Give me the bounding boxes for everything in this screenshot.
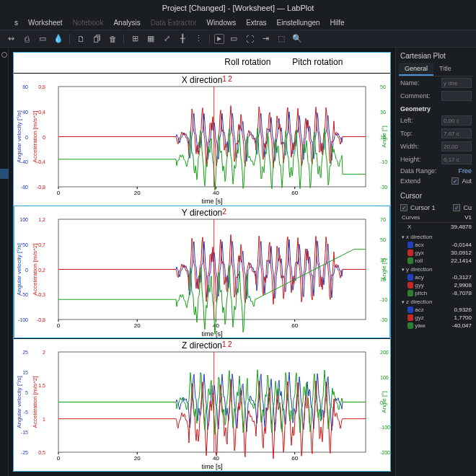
cursor1-checkbox[interactable]: ✓ — [400, 204, 407, 211]
menu-settings[interactable]: Einstellungen — [277, 19, 320, 27]
svg-text:0: 0 — [25, 268, 28, 273]
width-field[interactable]: 20,00 — [441, 141, 472, 151]
project-selection[interactable] — [0, 169, 9, 179]
roll-label: Roll rotation — [224, 57, 270, 67]
svg-text:Acceleration [m/s^2]: Acceleration [m/s^2] — [32, 376, 38, 428]
goto-icon[interactable]: ⇥ — [259, 32, 272, 45]
cursor-group[interactable]: x direction — [399, 232, 473, 241]
tab-general[interactable]: General — [399, 63, 433, 76]
svg-text:100: 100 — [380, 375, 389, 380]
svg-text:60: 60 — [291, 190, 298, 196]
scatter-icon[interactable]: ⋮ — [192, 32, 205, 45]
svg-text:0,7: 0,7 — [38, 242, 45, 247]
cursor-row: acy-0,3127 — [399, 273, 473, 281]
svg-text:0,8: 0,8 — [38, 84, 45, 89]
axes-icon[interactable]: ╂ — [176, 32, 189, 45]
zoom-icon[interactable]: 🔍 — [291, 32, 304, 45]
menu-worksheet[interactable]: Worksheet — [28, 19, 63, 27]
svg-text:40: 40 — [213, 190, 219, 196]
rect-icon[interactable]: ▭ — [227, 32, 240, 45]
plot-x[interactable]: X direction12 0204060time [s]Angular vel… — [14, 73, 390, 206]
add-panel-icon[interactable]: ⊞ — [128, 32, 141, 45]
left-gutter — [0, 48, 9, 476]
new-doc-icon[interactable]: 🗋 — [74, 32, 87, 45]
svg-text:2: 2 — [43, 350, 45, 355]
cursor-title: Cursor — [399, 190, 473, 203]
svg-text:1: 1 — [43, 417, 45, 422]
svg-text:-100: -100 — [18, 317, 28, 322]
duplicate-icon[interactable]: 🗍 — [90, 32, 103, 45]
cursor-table: x direction acx-0,0144 gyx30,0912 roll22… — [399, 232, 473, 330]
menu-analysis[interactable]: Analysis — [113, 19, 140, 27]
left-field[interactable]: 0,00 c — [441, 115, 472, 125]
svg-text:70: 70 — [380, 217, 386, 222]
cursor2-checkbox[interactable]: ✓ — [453, 204, 460, 211]
svg-text:10: 10 — [380, 135, 386, 140]
height-field[interactable]: 6,17 c — [441, 154, 472, 164]
worksheet-area: Roll rotation Pitch rotation X direction… — [9, 48, 395, 476]
menu-data-extractor: Data Extractor — [151, 19, 197, 27]
top-field[interactable]: 7,67 c — [441, 128, 472, 138]
window-titlebar: Project [Changed] - [Worksheet] — LabPlo… — [0, 0, 476, 16]
cursor-group[interactable]: z direction — [399, 297, 473, 306]
panel-tabs: General Title — [399, 63, 473, 76]
plot-z[interactable]: Z direction12 0204060time [s]Angular vel… — [14, 338, 390, 471]
svg-text:-10: -10 — [380, 159, 387, 164]
width-label: Width: — [400, 143, 438, 150]
grid-icon[interactable]: ▦ — [144, 32, 157, 45]
close-icon[interactable] — [1, 52, 7, 58]
svg-text:20: 20 — [134, 455, 141, 462]
left-label: Left: — [400, 117, 438, 124]
pitch-label: Pitch rotation — [292, 57, 343, 67]
svg-text:50: 50 — [380, 237, 386, 242]
name-label: Name: — [400, 79, 438, 87]
worksheet[interactable]: Roll rotation Pitch rotation X direction… — [13, 52, 391, 472]
svg-text:-0,8: -0,8 — [37, 185, 45, 190]
fit-icon[interactable]: ⛶ — [243, 32, 256, 45]
datarange-label: Data Range: — [400, 167, 455, 175]
svg-text:Angular velocity [°/s]: Angular velocity [°/s] — [16, 376, 22, 428]
svg-text:80: 80 — [22, 84, 28, 89]
droplet-icon[interactable]: 💧 — [52, 32, 65, 45]
play-icon[interactable]: ▶ — [214, 34, 224, 44]
menu-extras[interactable]: Extras — [246, 19, 266, 27]
svg-text:-100: -100 — [380, 425, 390, 430]
menu-help[interactable]: Hilfe — [330, 19, 345, 27]
save-icon[interactable]: ⎙ — [20, 32, 33, 45]
blank-icon[interactable]: ▭ — [36, 32, 49, 45]
tab-title[interactable]: Title — [433, 63, 457, 76]
extend-checkbox[interactable]: ✓ — [451, 177, 459, 185]
menu-windows[interactable]: Windows — [207, 19, 237, 27]
menubar: s Worksheet Notebook Analysis Data Extra… — [0, 16, 476, 30]
svg-text:1,2: 1,2 — [38, 217, 45, 222]
svg-text:15: 15 — [22, 370, 28, 375]
comment-field[interactable] — [441, 91, 472, 101]
svg-text:0: 0 — [57, 190, 61, 196]
datarange-value[interactable]: Free — [458, 167, 472, 175]
menu-s[interactable]: s — [14, 19, 18, 27]
pagefit-icon[interactable]: ⬚ — [275, 32, 288, 45]
cursor-group[interactable]: y direction — [399, 265, 473, 273]
svg-text:-40: -40 — [21, 159, 28, 164]
svg-text:50: 50 — [380, 84, 386, 89]
svg-text:Acceleration [m/s^2]: Acceleration [m/s^2] — [32, 244, 38, 296]
svg-text:0: 0 — [25, 135, 28, 140]
top-label: Top: — [400, 130, 438, 137]
svg-text:5: 5 — [25, 390, 28, 395]
extend-label: Extend — [400, 177, 449, 185]
svg-text:10: 10 — [380, 277, 386, 282]
name-field[interactable]: y dire — [441, 78, 472, 88]
resize-icon[interactable]: ⤢ — [160, 32, 173, 45]
svg-text:40: 40 — [22, 110, 28, 115]
pointer-icon[interactable]: ↭ — [4, 32, 17, 45]
cursor-row: acz0,9326 — [399, 306, 473, 314]
svg-text:25: 25 — [22, 350, 28, 355]
comment-label: Comment: — [400, 92, 438, 100]
delete-icon[interactable]: 🗑 — [106, 32, 119, 45]
svg-text:-200: -200 — [380, 450, 390, 455]
plot-y[interactable]: Y direction2 0204060time [s]Angular velo… — [14, 206, 390, 338]
cursor-row: gyy2,9908 — [399, 281, 473, 289]
panel-title: Cartesian Plot — [399, 50, 473, 63]
plot-header: Roll rotation Pitch rotation — [14, 53, 390, 73]
svg-text:time [s]: time [s] — [201, 330, 222, 338]
